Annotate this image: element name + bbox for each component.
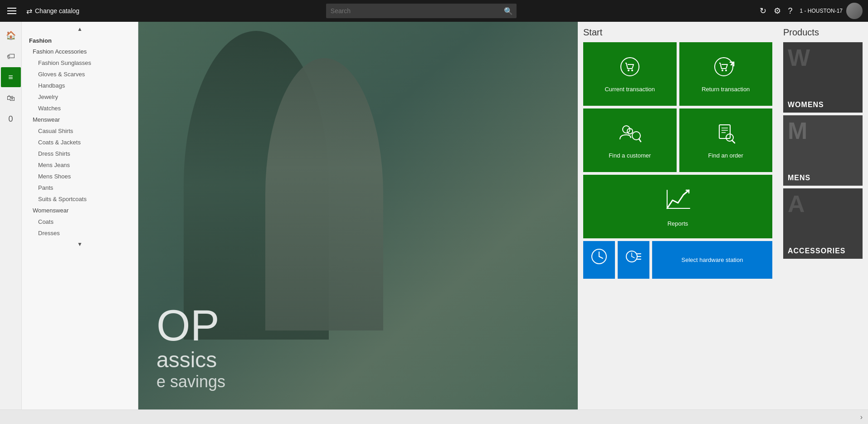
- hero-area: OP assics e savings: [138, 22, 578, 409]
- hamburger-menu[interactable]: [5, 6, 18, 16]
- sidebar-item-fashion-sunglasses[interactable]: Fashion Sunglasses: [22, 57, 138, 69]
- sidebar-item-gloves-scarves[interactable]: Gloves & Scarves: [22, 69, 138, 80]
- sidebar-item-pants[interactable]: Pants: [22, 182, 138, 193]
- mens-label: MENS: [788, 174, 810, 182]
- products-title: Products: [783, 27, 863, 38]
- svg-point-3: [715, 58, 733, 76]
- sidebar-item-womenswear[interactable]: Womenswear: [22, 205, 138, 216]
- top-bar: ⇄ Change catalog 🔍 ↻ ⚙ ? 1 - HOUSTON-17: [0, 0, 868, 22]
- category-fashion: Fashion: [22, 35, 138, 46]
- badge-count: 0: [8, 114, 13, 124]
- sidebar-icon-badge[interactable]: 0: [1, 109, 21, 129]
- change-catalog-button[interactable]: ⇄ Change catalog: [23, 5, 83, 17]
- time-list-tile[interactable]: [618, 241, 649, 279]
- cart-icon: [619, 56, 641, 82]
- sidebar-icon-cart[interactable]: 🛍: [1, 88, 21, 108]
- main-layout: 🏠 🏷 ≡ 🛍 0 ▲ Fashion Fashion Accessories …: [0, 22, 868, 409]
- search-button[interactable]: 🔍: [504, 7, 513, 15]
- current-transaction-label: Current transaction: [605, 86, 655, 93]
- sidebar-item-suits-sportcoats[interactable]: Suits & Sportcoats: [22, 193, 138, 205]
- find-customer-label: Find a customer: [609, 152, 651, 159]
- change-catalog-label: Change catalog: [35, 7, 79, 15]
- find-order-icon: [715, 122, 736, 148]
- find-customer-tile[interactable]: Find a customer: [583, 108, 677, 172]
- sidebar-icon-menu[interactable]: ≡: [1, 67, 21, 87]
- sidebar-icon-home[interactable]: 🏠: [1, 25, 21, 45]
- bottom-scroll: ›: [0, 409, 868, 424]
- svg-point-5: [725, 69, 727, 71]
- sidebar-icons: 🏠 🏷 ≡ 🛍 0: [0, 22, 22, 409]
- svg-point-1: [628, 69, 629, 71]
- find-customer-icon: [618, 122, 642, 148]
- start-title: Start: [583, 27, 772, 38]
- reports-icon: [663, 187, 692, 217]
- scroll-up-button[interactable]: ▲: [22, 24, 138, 35]
- scroll-right-arrow[interactable]: ›: [860, 413, 863, 421]
- hero-sub-text2: e savings: [156, 372, 225, 391]
- svg-point-2: [631, 69, 633, 71]
- svg-line-20: [599, 256, 603, 258]
- sidebar-item-mens-jeans[interactable]: Mens Jeans: [22, 159, 138, 171]
- mens-product-tile[interactable]: M MENS: [783, 115, 863, 186]
- sidebar: 🏠 🏷 ≡ 🛍 0 ▲ Fashion Fashion Accessories …: [0, 22, 138, 409]
- svg-line-23: [632, 256, 634, 258]
- womens-product-tile[interactable]: W WOMENS: [783, 42, 863, 113]
- clock-list-icon: [625, 248, 642, 268]
- svg-point-4: [722, 69, 723, 71]
- womens-label: WOMENS: [788, 101, 824, 109]
- select-hardware-label: Select hardware station: [682, 256, 743, 263]
- sidebar-item-coats[interactable]: Coats: [22, 216, 138, 227]
- sidebar-item-jewelry[interactable]: Jewelry: [22, 91, 138, 103]
- user-store-label: 1 - HOUSTON-17: [800, 8, 843, 14]
- sidebar-item-mens-shoes[interactable]: Mens Shoes: [22, 171, 138, 182]
- return-transaction-label: Return transaction: [702, 86, 750, 93]
- sidebar-nav: ▲ Fashion Fashion Accessories Fashion Su…: [22, 22, 138, 409]
- sidebar-item-menswear[interactable]: Menswear: [22, 114, 138, 125]
- return-cart-icon: [714, 56, 737, 82]
- arrows-icon: ⇄: [26, 7, 32, 15]
- accessories-product-tile[interactable]: A ACCESSORIES: [783, 188, 863, 259]
- sidebar-item-dresses[interactable]: Dresses: [22, 227, 138, 239]
- refresh-icon[interactable]: ↻: [760, 6, 766, 16]
- svg-point-6: [623, 126, 630, 133]
- return-transaction-tile[interactable]: Return transaction: [679, 42, 773, 106]
- settings-icon[interactable]: ⚙: [774, 6, 781, 16]
- time-clock-tile[interactable]: [583, 241, 615, 279]
- accessories-label: ACCESSORIES: [788, 247, 845, 255]
- search-container: 🔍: [326, 4, 517, 18]
- start-section: Start Current transaction: [583, 27, 772, 279]
- reports-label: Reports: [668, 220, 688, 227]
- user-info: 1 - HOUSTON-17: [800, 3, 863, 19]
- select-hardware-tile[interactable]: Select hardware station: [652, 241, 772, 279]
- svg-point-0: [621, 58, 639, 76]
- search-input[interactable]: [326, 4, 517, 18]
- hero-sub-text: assics: [156, 347, 225, 372]
- tiles-grid: Current transaction: [583, 42, 772, 238]
- sidebar-item-dress-shirts[interactable]: Dress Shirts: [22, 148, 138, 159]
- svg-line-15: [732, 140, 735, 143]
- hero-background: OP assics e savings: [138, 22, 578, 409]
- svg-line-9: [639, 139, 641, 142]
- sidebar-item-handbags[interactable]: Handbags: [22, 80, 138, 91]
- products-section: Products W WOMENS M MENS A ACCESSORIES: [783, 27, 863, 279]
- find-order-tile[interactable]: Find an order: [679, 108, 773, 172]
- help-icon[interactable]: ?: [788, 6, 793, 16]
- sidebar-icon-catalog[interactable]: 🏷: [1, 46, 21, 66]
- sidebar-left: 🏠 🏷 ≡ 🛍 0 ▲ Fashion Fashion Accessories …: [0, 22, 138, 409]
- panels-row: Start Current transaction: [583, 27, 863, 279]
- sidebar-item-casual-shirts[interactable]: Casual Shirts: [22, 125, 138, 137]
- right-panel: Start Current transaction: [578, 22, 868, 409]
- avatar: [846, 3, 863, 19]
- find-order-label: Find an order: [708, 152, 743, 159]
- reports-tile[interactable]: Reports: [583, 175, 772, 238]
- sidebar-item-coats-jackets[interactable]: Coats & Jackets: [22, 137, 138, 148]
- scroll-down-button[interactable]: ▼: [22, 239, 138, 250]
- current-transaction-tile[interactable]: Current transaction: [583, 42, 677, 106]
- svg-rect-10: [719, 125, 730, 138]
- sidebar-item-fashion-accessories[interactable]: Fashion Accessories: [22, 46, 138, 57]
- hero-big-text: OP: [156, 304, 225, 347]
- bottom-tiles: Select hardware station: [583, 241, 772, 279]
- clock-icon: [591, 248, 607, 268]
- sidebar-item-watches[interactable]: Watches: [22, 103, 138, 114]
